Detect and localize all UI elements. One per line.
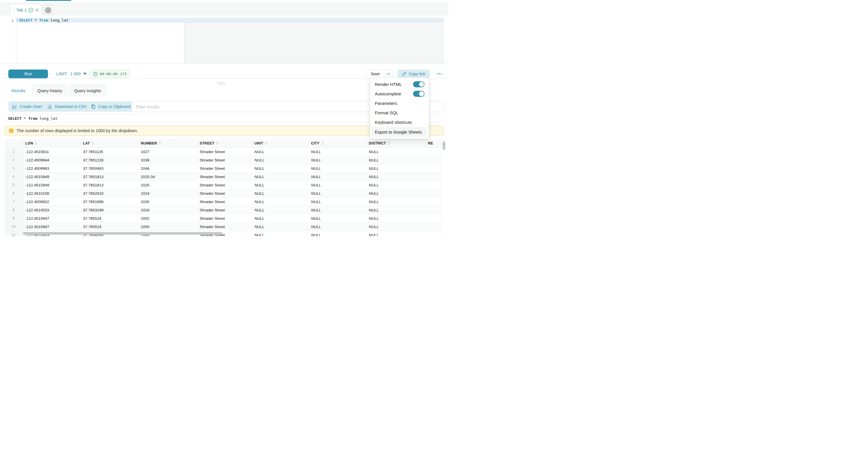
table-cell[interactable]: Shrader Street [197,206,252,214]
sort-icon[interactable] [321,142,324,145]
table-cell[interactable]: -122.4510947 [23,223,81,231]
panel-resize-handle[interactable] [217,82,225,85]
table-cell[interactable]: NULL [309,164,367,172]
table-cell[interactable]: NULL [367,181,426,189]
tab-tab1[interactable]: Tab 1 [10,4,42,16]
table-cell[interactable]: NULL [252,206,309,214]
table-cell[interactable]: NULL [309,214,367,222]
table-cell[interactable]: NULL [367,206,426,214]
horizontal-scrollbar-thumb[interactable] [23,232,223,235]
table-cell[interactable]: NULL [252,156,309,164]
table-cell[interactable]: Shrader Street [197,223,252,231]
save-button[interactable]: Save [367,70,384,78]
column-header-number[interactable]: NUMBER [138,139,197,147]
menu-item-autocomplete[interactable]: Autocomplete [370,89,429,98]
table-cell[interactable]: 37.7653199 [81,206,138,214]
table-cell[interactable]: 37.765524 [81,214,138,222]
table-cell[interactable]: NULL [367,148,426,156]
table-cell[interactable]: Shrader Street [197,214,252,222]
table-cell[interactable]: Shrader Street [197,164,252,172]
download-csv-button[interactable]: Download to CSV [44,101,91,112]
table-cell[interactable]: 37.7651228 [81,156,138,164]
table-cell[interactable]: -122.4509983 [23,164,81,172]
table-cell[interactable]: 37.7651813 [81,173,138,181]
table-cell[interactable]: Shrader Street [197,156,252,164]
table-cell[interactable]: NULL [367,164,426,172]
sort-icon[interactable] [265,142,267,145]
menu-item-parameters[interactable]: Parameters [370,98,429,108]
menu-item-export-to-google-sheets[interactable]: Export to Google Sheets [372,127,427,137]
copy-clipboard-button[interactable]: Copy to Clipboard [87,101,134,112]
table-cell[interactable]: NULL [252,173,309,181]
copy-link-button[interactable]: Copy link [397,69,430,78]
column-header-lat[interactable]: LAT [81,139,138,147]
table-cell[interactable]: 1000 [138,223,197,231]
results-tab-query-insights[interactable]: Query Insights [69,85,106,96]
table-cell[interactable]: NULL [252,181,309,189]
sort-icon[interactable] [35,142,37,145]
drag-handle-icon[interactable] [13,7,14,13]
more-options-button[interactable] [434,69,444,78]
table-cell[interactable]: 37.7651813 [81,181,138,189]
table-cell[interactable]: 37.7652533 [81,189,138,198]
close-tab-icon[interactable] [35,8,39,12]
column-header-district[interactable]: DISTRICT [367,139,426,147]
vertical-scrollbar-thumb[interactable] [443,141,445,150]
table-cell[interactable]: NULL [309,148,367,156]
table-cell[interactable]: -122.4509832 [23,198,81,206]
table-cell[interactable]: -122.4515949 [23,181,81,189]
table-cell[interactable]: 1038 [138,156,197,164]
table-cell[interactable]: NULL [367,231,426,236]
table-cell[interactable]: NULL [309,198,367,206]
table-cell[interactable]: NULL [309,156,367,164]
table-cell[interactable]: NULL [367,173,426,181]
menu-item-format-sql[interactable]: Format SQL [370,108,429,118]
table-cell[interactable]: NULL [367,198,426,206]
sort-icon[interactable] [159,142,161,145]
table-cell[interactable]: NULL [309,206,367,214]
table-cell[interactable]: NULL [367,189,426,198]
table-cell[interactable]: NULL [309,189,367,198]
table-cell[interactable]: 1018 [138,206,197,214]
table-cell[interactable]: 1030 [138,198,197,206]
table-cell[interactable]: Shrader Street [197,173,252,181]
table-cell[interactable]: -122.4515949 [23,173,81,181]
table-cell[interactable]: NULL [309,173,367,181]
table-cell[interactable]: Shrader Street [197,181,252,189]
table-cell[interactable]: NULL [367,156,426,164]
column-header-city[interactable]: CITY [309,139,367,147]
table-cell[interactable]: NULL [309,223,367,231]
menu-item-keyboard-shortcuts[interactable]: Keyboard shortcuts [370,118,429,127]
limit-dropdown[interactable]: LIMIT: 1 000 [56,69,87,78]
table-cell[interactable]: NULL [252,231,309,236]
create-chart-button[interactable]: Create chart [8,101,46,112]
run-button[interactable]: Run [8,69,48,78]
table-cell[interactable]: NULL [367,214,426,222]
table-cell[interactable]: Shrader Street [197,148,252,156]
table-cell[interactable]: NULL [367,223,426,231]
sort-icon[interactable] [388,142,390,145]
sort-icon[interactable] [216,142,218,145]
table-cell[interactable]: 37.7650483 [81,164,138,172]
new-tab-button[interactable] [43,4,53,16]
table-cell[interactable]: Shrader Street [197,198,252,206]
table-cell[interactable]: NULL [309,181,367,189]
results-tab-query-history[interactable]: Query history [32,85,67,96]
editor-active-line[interactable]: SELECT * from long_lat [17,18,444,23]
toggle-switch-on[interactable] [413,91,425,97]
table-cell[interactable]: NULL [252,148,309,156]
table-cell[interactable]: Shrader Street [197,189,252,198]
column-header-lon[interactable]: LON [23,139,81,147]
vertical-scrollbar-track[interactable] [441,139,445,236]
sql-editor[interactable]: 1 SELECT * from long_lat [0,16,448,64]
table-cell[interactable]: 37.7651898 [81,198,138,206]
table-cell[interactable]: 1002 [138,214,197,222]
table-cell[interactable]: -122.4510947 [23,214,81,222]
table-cell[interactable]: 1027 [138,148,197,156]
table-cell[interactable]: NULL [309,231,367,236]
table-cell[interactable]: NULL [252,164,309,172]
table-cell[interactable]: 1025.0A [138,173,197,181]
table-cell[interactable]: -122.4510156 [23,189,81,198]
sort-icon[interactable] [92,142,94,145]
table-cell[interactable]: -122.4510533 [23,206,81,214]
